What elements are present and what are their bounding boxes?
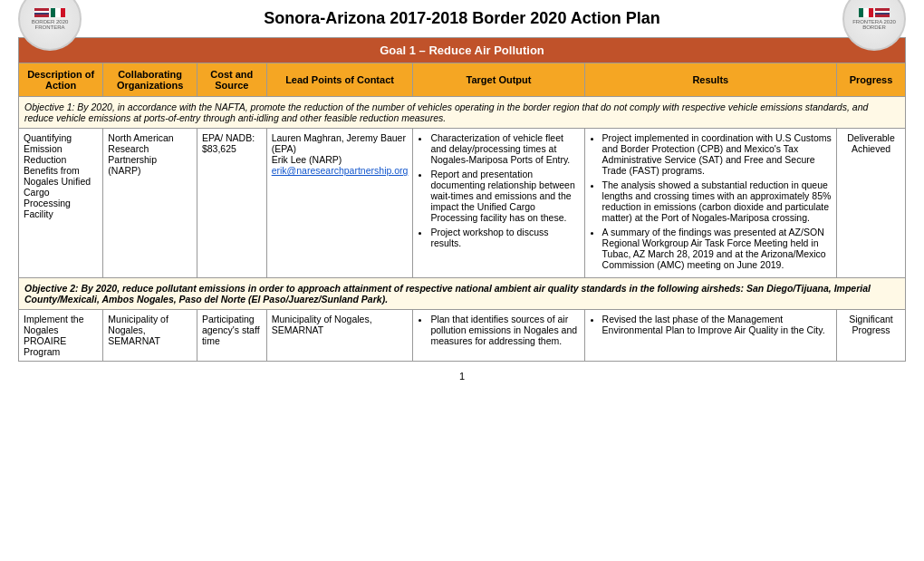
row1-description: Quantifying Emission Reduction Benefits …	[19, 129, 103, 278]
row1-collaborating: North American Research Partnership (NAR…	[103, 129, 197, 278]
row1-results-list: Project implemented in coordination with…	[590, 132, 832, 270]
row1-target-list: Characterization of vehicle fleet and de…	[418, 132, 579, 248]
row1-progress: Deliverable Achieved	[837, 129, 906, 278]
page-title: Sonora-Arizona 2017-2018 Border 2020 Act…	[264, 9, 659, 28]
page-number: 1	[18, 371, 906, 382]
list-item: The analysis showed a substantial reduct…	[602, 179, 832, 223]
flag-us-icon-2	[875, 8, 890, 17]
row2-target: Plan that identifies sources of air poll…	[413, 310, 584, 362]
row2-results: Revised the last phase of the Management…	[584, 310, 836, 362]
list-item: Revised the last phase of the Management…	[602, 314, 832, 335]
row1-lead-name: Lauren Maghran, Jeremy Bauer (EPA)	[272, 132, 406, 154]
row1-results: Project implemented in coordination with…	[584, 129, 836, 278]
col-header-target: Target Output	[413, 63, 584, 97]
row1-lead: Lauren Maghran, Jeremy Bauer (EPA) Erik …	[266, 129, 413, 278]
row1-target: Characterization of vehicle fleet and de…	[413, 129, 584, 278]
list-item: Project workshop to discuss results.	[430, 227, 579, 248]
row2-lead: Municipality of Nogales, SEMARNAT	[266, 310, 413, 362]
list-item: Characterization of vehicle fleet and de…	[430, 132, 579, 165]
goal-header: Goal 1 – Reduce Air Pollution	[19, 38, 906, 63]
objective-2-text: Objective 2: By 2020, reduce pollutant e…	[19, 278, 906, 310]
flag-us-icon	[34, 8, 49, 17]
list-item: Plan that identifies sources of air poll…	[430, 314, 579, 346]
flag-mx-icon	[51, 8, 65, 17]
objective-1-text: Objective 1: By 2020, in accordance with…	[19, 97, 906, 129]
row1-cost: EPA/ NADB: $83,625	[197, 129, 266, 278]
logo-right: FRONTERA 2020BORDER	[842, 0, 906, 51]
table-row: Quantifying Emission Reduction Benefits …	[19, 129, 906, 278]
logo-left: BORDER 2020FRONTERA	[18, 0, 82, 51]
row2-cost: Participating agency's staff time	[197, 310, 266, 362]
row1-email-link[interactable]: erik@naresearchpartnership.org	[272, 165, 409, 176]
col-header-collaborating: Collaborating Organizations	[103, 63, 197, 97]
row1-lead-person2: Erik Lee (NARP)	[272, 154, 342, 165]
col-header-description: Description of Action	[19, 63, 103, 97]
row2-description: Implement the Nogales PROAIRE Program	[19, 310, 103, 362]
row2-target-list: Plan that identifies sources of air poll…	[418, 314, 579, 346]
objective-1-row: Objective 1: By 2020, in accordance with…	[19, 97, 906, 129]
main-table: Goal 1 – Reduce Air Pollution Descriptio…	[18, 37, 906, 362]
list-item: Report and presentation documenting rela…	[430, 169, 579, 223]
flag-mx-icon-2	[859, 8, 873, 17]
row2-collaborating: Municipality of Nogales, SEMARNAT	[103, 310, 197, 362]
col-header-results: Results	[584, 63, 836, 97]
col-header-cost: Cost and Source	[197, 63, 266, 97]
row2-progress: Significant Progress	[837, 310, 906, 362]
col-header-progress: Progress	[837, 63, 906, 97]
col-header-lead: Lead Points of Contact	[266, 63, 413, 97]
objective-2-row: Objective 2: By 2020, reduce pollutant e…	[19, 278, 906, 310]
list-item: Project implemented in coordination with…	[602, 132, 832, 176]
row2-results-list: Revised the last phase of the Management…	[590, 314, 832, 335]
table-row: Implement the Nogales PROAIRE Program Mu…	[19, 310, 906, 362]
list-item: A summary of the findings was presented …	[602, 227, 832, 270]
page-header: BORDER 2020FRONTERA Sonora-Arizona 2017-…	[18, 9, 906, 28]
